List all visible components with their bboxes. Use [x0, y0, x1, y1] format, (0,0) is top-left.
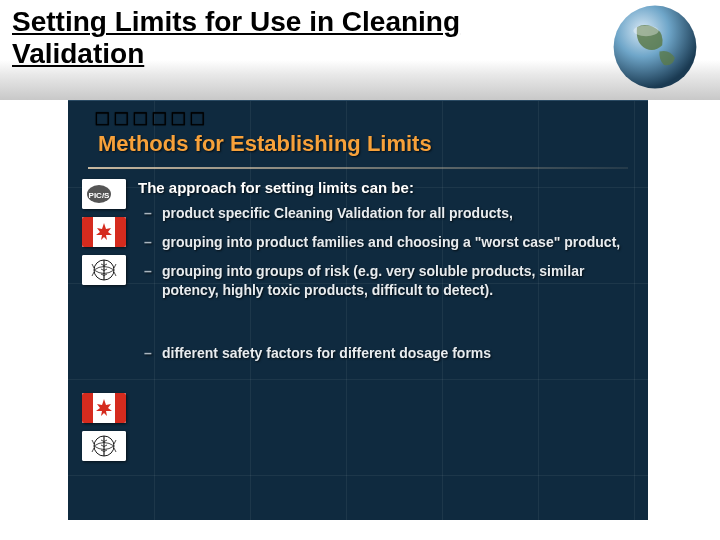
dash-icon: –: [138, 262, 162, 300]
svg-rect-12: [82, 393, 93, 423]
who-logo-icon: [82, 255, 126, 285]
spacer: [138, 310, 626, 344]
header: Setting Limits for Use in Cleaning Valid…: [0, 0, 720, 100]
bullet-item: – grouping into groups of risk (e.g. ver…: [138, 262, 626, 300]
lead-text: The approach for setting limits can be:: [138, 179, 626, 196]
canada-flag-icon: [82, 217, 126, 247]
page-title: Setting Limits for Use in Cleaning Valid…: [12, 6, 572, 70]
bullet-text: different safety factors for different d…: [162, 344, 491, 363]
canada-flag-icon: [82, 393, 126, 423]
badge-column-2: [68, 393, 138, 469]
divider: [88, 167, 628, 169]
content-panel: ◻◻◻◻◻◻ Methods for Establishing Limits P…: [68, 100, 648, 520]
bullet-text: grouping into groups of risk (e.g. very …: [162, 262, 626, 300]
who-logo-icon: [82, 431, 126, 461]
bullet-text: product specific Cleaning Validation for…: [162, 204, 513, 223]
svg-rect-7: [115, 217, 126, 247]
badge-column-1: PIC/S: [68, 179, 138, 372]
svg-rect-6: [82, 217, 93, 247]
dash-icon: –: [138, 344, 162, 363]
decorative-glyphs: ◻◻◻◻◻◻: [94, 105, 208, 129]
bullet-text: grouping into product families and choos…: [162, 233, 620, 252]
content-row-2: [68, 389, 138, 469]
dash-icon: –: [138, 233, 162, 252]
svg-rect-13: [115, 393, 126, 423]
bullet-item: – different safety factors for different…: [138, 344, 626, 363]
bullet-item: – product specific Cleaning Validation f…: [138, 204, 626, 223]
svg-point-1: [633, 25, 658, 36]
content-row-1: PIC/S: [68, 179, 648, 372]
dash-icon: –: [138, 204, 162, 223]
bullet-item: – grouping into product families and cho…: [138, 233, 626, 252]
globe-icon: [610, 2, 700, 92]
text-column: The approach for setting limits can be: …: [138, 179, 648, 372]
svg-text:PIC/S: PIC/S: [89, 191, 111, 200]
pics-badge: PIC/S: [82, 179, 126, 209]
